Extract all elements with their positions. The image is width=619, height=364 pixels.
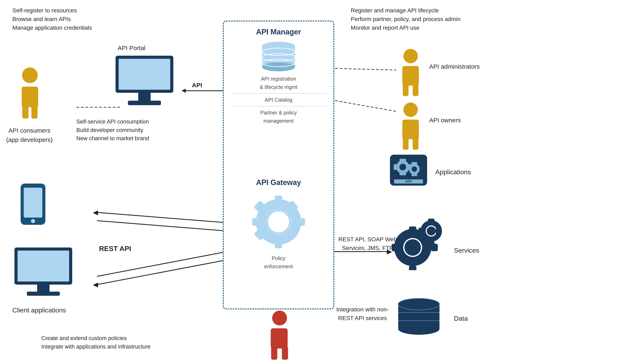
svg-rect-18 — [22, 87, 38, 107]
svg-point-40 — [266, 210, 291, 234]
svg-rect-73 — [409, 227, 416, 233]
svg-rect-32 — [275, 196, 282, 205]
svg-point-42 — [403, 49, 418, 63]
api-admin-icon — [398, 47, 423, 97]
svg-rect-22 — [119, 59, 170, 90]
svg-text:APP: APP — [405, 180, 412, 183]
svg-point-52 — [399, 164, 406, 170]
svg-line-8 — [97, 212, 227, 223]
svg-rect-67 — [17, 251, 69, 282]
svg-point-72 — [404, 239, 421, 256]
data-label: Data — [454, 313, 468, 323]
data-icon — [396, 297, 442, 339]
rest-soap-label: REST API, SOAP Web Services, JMS, FTP — [338, 235, 397, 252]
api-owner-icon — [398, 101, 423, 150]
services-label: Services — [454, 245, 479, 255]
client-applications-label: Client applications — [12, 305, 66, 315]
svg-rect-44 — [403, 84, 408, 96]
svg-rect-68 — [37, 285, 50, 292]
svg-marker-9 — [93, 210, 98, 215]
svg-rect-49 — [413, 138, 419, 150]
svg-rect-45 — [413, 84, 419, 96]
svg-rect-74 — [409, 266, 416, 270]
bottom-left-text: Create and extend custom policies Integr… — [41, 334, 151, 351]
gateway-gear-icon — [227, 193, 330, 251]
svg-rect-24 — [128, 101, 161, 105]
svg-rect-23 — [138, 93, 151, 101]
api-owners-label: API owners — [429, 116, 461, 125]
svg-rect-81 — [428, 241, 435, 245]
api-portal-label: API Portal — [118, 43, 145, 53]
svg-point-90 — [272, 310, 287, 325]
svg-point-65 — [31, 219, 35, 223]
rest-api-label: REST API — [99, 243, 131, 254]
svg-point-79 — [427, 227, 436, 236]
svg-rect-33 — [275, 239, 282, 248]
svg-point-17 — [22, 67, 38, 83]
diagram-container: Self-register to resources Browse and le… — [0, 0, 619, 364]
svg-line-4 — [326, 68, 396, 70]
api-consumer-icon — [16, 66, 43, 120]
svg-rect-20 — [31, 105, 38, 119]
svg-line-6 — [97, 221, 227, 231]
svg-line-5 — [326, 99, 396, 111]
svg-marker-3 — [182, 89, 186, 93]
api-administrators-label: API administrators — [429, 62, 480, 71]
svg-rect-60 — [411, 174, 417, 176]
top-right-text: Register and manage API lifecycle Perfor… — [351, 6, 461, 32]
svg-rect-64 — [24, 188, 42, 217]
api-reg-label: API registration& lifecycle mgmt — [227, 75, 330, 91]
svg-rect-69 — [27, 292, 60, 296]
svg-rect-93 — [282, 347, 288, 360]
svg-rect-43 — [402, 66, 419, 86]
desktop-icon — [12, 245, 74, 300]
mobile-icon — [16, 181, 50, 236]
svg-point-86 — [398, 323, 439, 335]
svg-rect-48 — [403, 138, 408, 150]
svg-rect-55 — [394, 164, 396, 170]
svg-line-12 — [97, 260, 227, 285]
svg-rect-80 — [428, 219, 435, 223]
svg-rect-91 — [271, 328, 288, 349]
svg-rect-92 — [271, 347, 277, 360]
applications-label: Applications — [435, 167, 471, 177]
policy-developer-icon — [266, 309, 293, 361]
svg-rect-82 — [419, 228, 422, 234]
svg-rect-59 — [411, 162, 417, 165]
api-portal-icon — [112, 54, 177, 112]
policy-enforcement-label: Policyenforcement — [227, 254, 330, 270]
svg-rect-35 — [296, 218, 305, 226]
svg-rect-83 — [436, 228, 440, 234]
svg-marker-13 — [93, 283, 98, 287]
svg-point-46 — [403, 103, 418, 117]
integration-text: Integration with non- REST API services — [336, 305, 389, 323]
api-manager-box: API Manager API registration& lifecycle … — [227, 25, 330, 157]
database-icon — [227, 40, 330, 73]
svg-point-58 — [412, 166, 417, 172]
svg-rect-19 — [22, 105, 28, 119]
api-label: API — [192, 81, 202, 90]
svg-rect-54 — [399, 172, 406, 175]
top-left-text: Self-register to resources Browse and le… — [12, 6, 92, 32]
svg-line-10 — [97, 252, 227, 276]
api-catalog-label: API Catalog — [227, 96, 330, 104]
partner-policy-label: Partner & policymanagement — [227, 108, 330, 125]
svg-rect-34 — [252, 218, 261, 226]
api-consumers-label: API consumers (app developers) — [6, 126, 53, 144]
applications-icon: APP — [388, 153, 429, 193]
self-service-text: Self-service API consumption Build devel… — [76, 118, 149, 143]
api-gateway-box: API Gateway Policyenf — [227, 175, 330, 295]
svg-rect-53 — [399, 159, 406, 162]
svg-rect-47 — [402, 120, 419, 139]
